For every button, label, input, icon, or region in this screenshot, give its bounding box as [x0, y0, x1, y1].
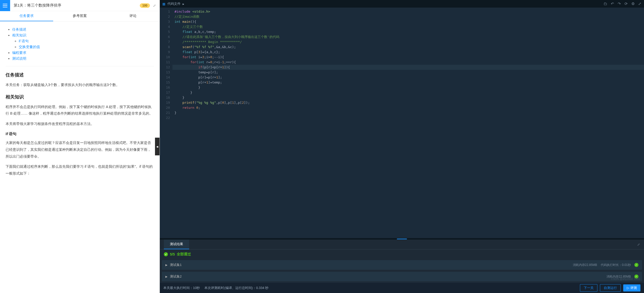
file-icon: ▦ [162, 2, 165, 6]
testset-name: 测试集2 [170, 274, 182, 279]
code-line[interactable]: int main(){ [172, 19, 644, 24]
toolbar-actions: 🗀 ↶ ↷ ⟳ ⚙ ⤢ [603, 2, 641, 6]
paragraph: 下面我们就通过程序来判断，那么首先我们要学习 if 语句，也就是我们所说的“如果… [6, 163, 154, 177]
expand-icon[interactable]: ⤢ [637, 243, 640, 246]
toc-link[interactable]: 任务描述 [12, 27, 26, 31]
eval-time-label: 本次评测耗时(编译、运行总时间)：0.334 秒 [204, 286, 268, 290]
right-panel: ▦ 代码文件 ▸ 🗀 ↶ ↷ ⟳ ⚙ ⤢ 1 2 3 4 5 6 7 8 9 1… [160, 0, 644, 293]
evaluate-label: 评测 [630, 286, 637, 290]
expand-icon[interactable]: ⤢ [638, 2, 641, 6]
refresh-icon[interactable]: ⟳ [625, 2, 628, 6]
next-button[interactable]: 下一关 [580, 284, 597, 292]
code-line[interactable]: #include <stdio.h> [172, 9, 644, 14]
section-heading: 任务描述 [6, 72, 154, 78]
testset-mem: 消耗内存22.85MB [573, 263, 597, 267]
paragraph: 大家的每天都是怎么度过的呢？应该不会是日复一日地按照同样地生活模式吧。不管大家是… [6, 139, 154, 160]
selftest-button[interactable]: 自测运行 [600, 284, 621, 292]
code-line[interactable]: //定义三个数 [172, 24, 644, 29]
code-pane[interactable]: #include <stdio.h>//定义main函数int main(){ … [172, 8, 644, 238]
line-gutter: 1 2 3 4 5 6 7 8 9 10 11 12 13 14 15 16 1… [160, 8, 172, 238]
evaluate-button[interactable]: ▷评测 [623, 284, 640, 291]
testset-row[interactable]: ▶ 测试集2 消耗内存22.85MB ✓ [162, 272, 642, 281]
results-tab[interactable]: 测试结果 [164, 240, 189, 249]
folder-icon[interactable]: 🗀 [603, 2, 607, 6]
code-line[interactable]: printf("%g %g %g",p[0],p[1],p[2]); [172, 100, 644, 105]
menu-button[interactable] [0, 0, 10, 11]
code-line[interactable]: } [172, 95, 644, 100]
code-line[interactable]: } [172, 90, 644, 95]
paragraph: 程序并不会总是执行同样的处理。例如，按下某个键的时候执行 A 处理，按下其他键的… [6, 103, 154, 117]
check-circle-icon: ✓ [164, 252, 168, 256]
code-line[interactable]: //请在此添加'输入三个数，按由大到小顺序输出这三个数'的代码 [172, 34, 644, 39]
left-panel: 第1关：将三个数按降序排序 100 ⤢ 任务要求 参考答案 评论 任务描述 相关… [0, 0, 160, 293]
toc-item: 任务描述 [12, 27, 154, 32]
paragraph: 本关任务：获取从键盘输入3个数，要求按从大到小的顺序输出这3个数。 [6, 81, 154, 88]
toc-link[interactable]: 交换变量的值 [19, 45, 40, 49]
play-icon: ▷ [627, 286, 629, 290]
header-badges: 100 ⤢ [140, 3, 160, 8]
toc-link[interactable]: 编程要求 [12, 51, 26, 55]
paragraph: 本关将带领大家学习根据条件改变程序流程的基本方法。 [6, 120, 154, 127]
testset-name: 测试集1 [170, 263, 182, 267]
code-line[interactable]: p[r]=p[r+1]; [172, 75, 644, 80]
pass-summary: ✓ 5/5 全部通过 [160, 249, 644, 259]
code-line[interactable]: //定义main函数 [172, 14, 644, 19]
code-line[interactable]: } [172, 110, 644, 115]
gear-icon[interactable]: ⚙ [631, 2, 635, 6]
code-line[interactable]: } [172, 85, 644, 90]
code-line[interactable] [172, 115, 644, 120]
toc-item: 相关知识 if 语句 交换变量的值 [12, 33, 154, 49]
play-icon: ▶ [165, 263, 167, 267]
panel-collapse-handle[interactable]: ◀ [155, 138, 160, 155]
results-header: 测试结果 ⤢ [160, 240, 644, 249]
hamburger-icon [3, 5, 7, 6]
code-line[interactable]: for(int r=0;r<i-1;++r){ [172, 60, 644, 65]
toc-link[interactable]: if 语句 [19, 39, 29, 43]
results-panel: 测试结果 ⤢ ✓ 5/5 全部通过 ▶ 测试集1 消耗内存22.85MB 代码执… [160, 240, 644, 282]
check-circle-icon: ✓ [634, 263, 638, 267]
testset-time: 代码执行时长：0.01秒 [601, 263, 631, 267]
chevron-right-icon: ▸ [183, 2, 184, 6]
code-line[interactable]: return 0; [172, 105, 644, 110]
pass-count: 5/5 [170, 252, 175, 256]
toc-item: 编程要求 [12, 51, 154, 55]
toc-subitem: 交换变量的值 [19, 45, 154, 49]
content-body[interactable]: 任务描述 相关知识 if 语句 交换变量的值 编程要求 测试说明 任务描述 本关… [0, 22, 160, 293]
toc-list: 任务描述 相关知识 if 语句 交换变量的值 编程要求 测试说明 [6, 27, 154, 61]
max-time-label: 本关最大执行时间：10秒 [163, 286, 200, 290]
code-line[interactable]: if(p[r]<p[r+1]){ [172, 65, 644, 70]
code-editor[interactable]: 1 2 3 4 5 6 7 8 9 10 11 12 13 14 15 16 1… [160, 8, 644, 238]
code-line[interactable]: float a,b,c,temp; [172, 29, 644, 34]
tab-requirements[interactable]: 任务要求 [0, 11, 53, 21]
file-label: 代码文件 [167, 2, 181, 6]
code-line[interactable]: p[r+1]=temp; [172, 80, 644, 85]
redo-icon[interactable]: ↷ [618, 2, 621, 6]
tab-answer[interactable]: 参考答案 [53, 11, 106, 21]
content-tabs: 任务要求 参考答案 评论 [0, 11, 160, 22]
challenge-title: 第1关：将三个数按降序排序 [10, 3, 140, 8]
toc-link[interactable]: 测试说明 [12, 56, 26, 60]
pass-label: 全部通过 [177, 252, 191, 257]
code-line[interactable]: temp=p[r]; [172, 70, 644, 75]
watermark: CSDN @shy2002 1831 [611, 277, 640, 280]
bottom-bar: 本关最大执行时间：10秒 本次评测耗时(编译、运行总时间)：0.334 秒 下一… [160, 282, 644, 293]
play-icon: ▶ [165, 275, 167, 278]
code-line[interactable]: /*********** Begin **********/ [172, 39, 644, 45]
code-line[interactable]: float p[3]={a,b,c}; [172, 50, 644, 55]
code-line[interactable]: scanf("%f %f %f",&a,&b,&c); [172, 45, 644, 50]
toc-item: 测试说明 [12, 56, 154, 61]
divider [6, 66, 154, 66]
testset-row[interactable]: ▶ 测试集1 消耗内存22.85MB 代码执行时长：0.01秒 ✓ [162, 260, 642, 270]
subsection-heading: if 语句 [6, 132, 154, 136]
editor-toolbar: ▦ 代码文件 ▸ 🗀 ↶ ↷ ⟳ ⚙ ⤢ [160, 0, 644, 8]
section-heading: 相关知识 [6, 94, 154, 100]
left-header: 第1关：将三个数按降序排序 100 ⤢ [0, 0, 160, 11]
toc-subitem: if 语句 [19, 39, 154, 44]
toc-link[interactable]: 相关知识 [12, 33, 26, 37]
file-tab[interactable]: ▦ 代码文件 ▸ [162, 2, 184, 6]
tab-comments[interactable]: 评论 [106, 11, 160, 21]
expand-icon[interactable]: ⤢ [153, 4, 156, 8]
undo-icon[interactable]: ↶ [611, 2, 614, 6]
code-line[interactable]: for(int i=3;i>0;--i){ [172, 55, 644, 60]
score-badge: 100 [140, 3, 150, 8]
